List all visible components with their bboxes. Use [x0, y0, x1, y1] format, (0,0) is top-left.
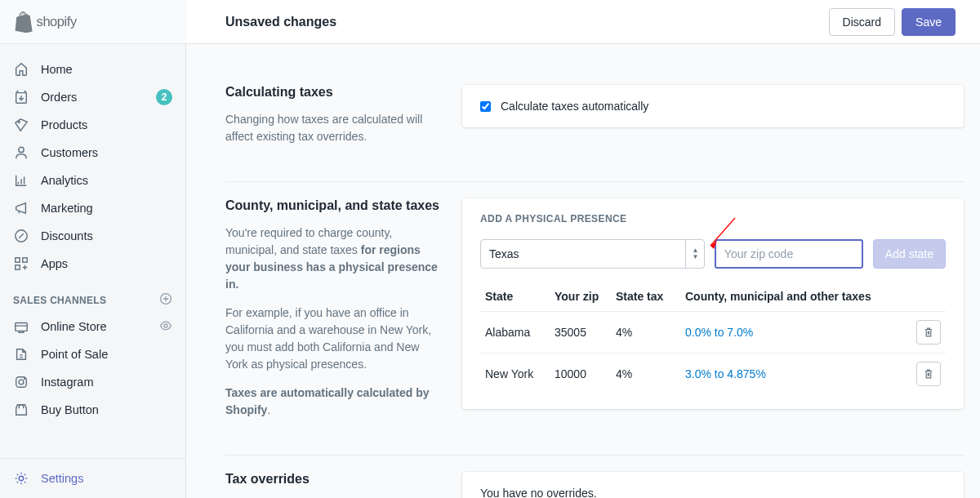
sidebar-item-customers[interactable]: Customers [0, 139, 185, 167]
sales-channels-heading: SALES CHANNELS [0, 278, 185, 313]
calc-taxes-card: Calculate taxes automatically [462, 85, 964, 127]
discard-button[interactable]: Discard [829, 8, 895, 36]
sidebar-item-online-store[interactable]: Online Store [0, 313, 185, 340]
sidebar-item-apps[interactable]: Apps [0, 250, 185, 278]
overrides-card: You have no overrides. [462, 472, 964, 498]
home-icon [13, 61, 29, 78]
state-select-wrapper[interactable]: Texas ▲▼ [480, 239, 705, 269]
marketing-icon [13, 200, 29, 216]
svg-point-10 [164, 324, 167, 327]
pos-icon [13, 346, 29, 362]
section-desc: Changing how taxes are calculated will a… [225, 111, 443, 145]
svg-point-2 [18, 122, 20, 123]
products-icon [13, 117, 29, 133]
sidebar-item-marketing[interactable]: Marketing [0, 194, 185, 222]
section-title: Calculating taxes [225, 85, 443, 100]
table-row: New York 10000 4% 3.0% to 4.875% [480, 353, 946, 395]
view-icon[interactable] [159, 319, 172, 335]
state-select[interactable]: Texas [480, 239, 705, 269]
sidebar-item-label: Settings [41, 472, 172, 485]
calc-auto-label: Calculate taxes automatically [501, 100, 648, 113]
sidebar-item-settings[interactable]: Settings [0, 459, 185, 498]
sidebar-item-products[interactable]: Products [0, 111, 185, 139]
sidebar-item-analytics[interactable]: Analytics [0, 167, 185, 194]
section-desc: You're required to charge county, munici… [225, 225, 443, 293]
svg-point-3 [19, 147, 24, 152]
section-title: County, municipal, and state taxes [225, 198, 443, 213]
svg-point-12 [19, 380, 24, 385]
zip-input[interactable] [715, 239, 863, 269]
sidebar-item-label: Discounts [41, 229, 172, 242]
orders-badge: 2 [156, 89, 172, 105]
sidebar-item-point-of-sale[interactable]: Point of Sale [0, 340, 185, 368]
cell-state-tax: 4% [611, 353, 680, 395]
county-tax-link[interactable]: 3.0% to 4.875% [685, 367, 766, 380]
sidebar-item-label: Marketing [41, 202, 172, 215]
cell-zip: 10000 [550, 353, 611, 395]
delete-row-button[interactable] [916, 362, 941, 386]
sidebar-item-label: Point of Sale [41, 348, 172, 361]
th-zip: Your zip [550, 283, 611, 312]
section-calculating-taxes: Calculating taxes Changing how taxes are… [225, 69, 964, 182]
settings-icon [13, 470, 29, 487]
analytics-icon [13, 172, 29, 189]
apps-icon [13, 256, 29, 272]
cell-state-tax: 4% [611, 312, 680, 353]
trash-icon [923, 327, 934, 338]
table-row: Alabama 35005 4% 0.0% to 7.0% [480, 312, 946, 353]
svg-text:shopify: shopify [37, 14, 78, 29]
presence-table: State Your zip State tax County, municip… [480, 283, 946, 394]
svg-point-14 [19, 476, 23, 480]
physical-presence-card: ADD A PHYSICAL PRESENCE Texas ▲▼ Add sta… [462, 198, 964, 409]
sidebar-item-label: Online Store [41, 320, 159, 333]
sidebar-item-label: Home [41, 63, 172, 76]
section-title: Tax overrides [225, 472, 443, 487]
th-state-tax: State tax [611, 283, 680, 312]
calc-auto-checkbox[interactable] [480, 101, 491, 112]
sales-channels-label: SALES CHANNELS [13, 295, 106, 306]
section-desc: Taxes are automatically calculated by Sh… [225, 385, 443, 419]
svg-rect-7 [16, 265, 20, 269]
sidebar-item-orders[interactable]: Orders 2 [0, 83, 185, 111]
trash-icon [923, 368, 934, 380]
overrides-empty-text: You have no overrides. [480, 487, 597, 498]
sidebar-item-label: Apps [41, 257, 172, 270]
card-heading: ADD A PHYSICAL PRESENCE [480, 213, 946, 225]
shopify-logo: shopify [0, 0, 186, 44]
add-channel-icon[interactable] [159, 292, 172, 308]
sidebar-item-label: Orders [41, 91, 156, 104]
unsaved-changes-label: Unsaved changes [225, 15, 829, 29]
svg-rect-9 [16, 323, 27, 331]
th-county: County, municipal and other taxes [680, 283, 911, 312]
county-tax-link[interactable]: 0.0% to 7.0% [685, 326, 753, 339]
save-button[interactable]: Save [902, 8, 956, 36]
th-state: State [480, 283, 550, 312]
cell-state: Alabama [480, 312, 550, 353]
instagram-icon [13, 374, 29, 390]
buy-button-icon [13, 402, 29, 418]
orders-icon [13, 89, 29, 105]
sidebar-item-label: Products [41, 118, 172, 131]
sidebar-item-label: Analytics [41, 174, 172, 187]
sidebar-item-buy-button[interactable]: Buy Button [0, 396, 185, 424]
svg-rect-6 [23, 258, 27, 262]
online-store-icon [13, 318, 29, 335]
section-county-taxes: County, municipal, and state taxes You'r… [225, 182, 964, 456]
sidebar-item-discounts[interactable]: Discounts [0, 222, 185, 250]
delete-row-button[interactable] [916, 320, 941, 345]
sidebar-item-label: Customers [41, 146, 172, 159]
cell-zip: 35005 [550, 312, 611, 353]
shopify-logo-icon: shopify [13, 11, 98, 33]
sidebar-item-home[interactable]: Home [0, 56, 185, 83]
discounts-icon [13, 228, 29, 244]
cell-state: New York [480, 353, 550, 395]
customers-icon [13, 145, 29, 161]
sidebar-item-label: Buy Button [41, 403, 172, 416]
sidebar-item-label: Instagram [41, 376, 172, 389]
add-state-button[interactable]: Add state [873, 239, 946, 269]
section-desc: For example, if you have an office in Ca… [225, 305, 443, 373]
sidebar-item-instagram[interactable]: Instagram [0, 368, 185, 396]
svg-point-13 [24, 379, 25, 380]
section-tax-overrides: Tax overrides You have no overrides. [225, 456, 964, 498]
svg-rect-5 [16, 258, 20, 262]
